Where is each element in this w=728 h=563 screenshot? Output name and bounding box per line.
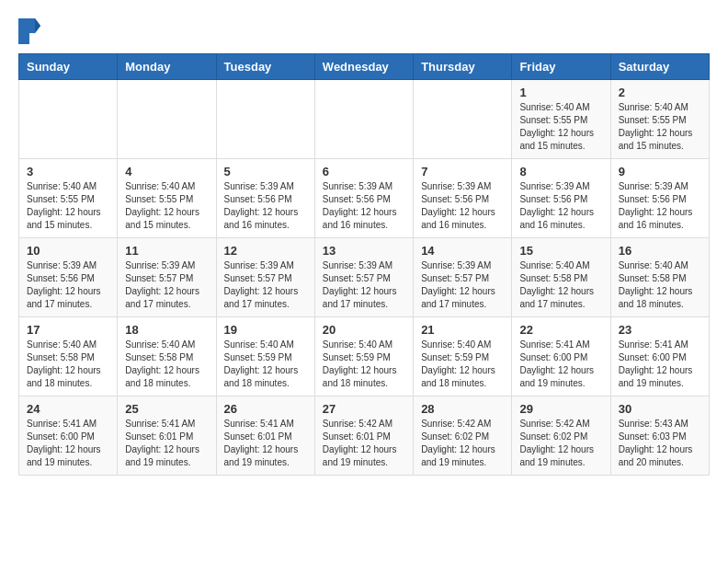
calendar-cell	[118, 80, 216, 159]
calendar-cell: 19Sunrise: 5:40 AM Sunset: 5:59 PM Dayli…	[216, 317, 314, 396]
calendar-cell	[216, 80, 314, 159]
calendar-cell: 3Sunrise: 5:40 AM Sunset: 5:55 PM Daylig…	[19, 159, 118, 238]
calendar-cell: 23Sunrise: 5:41 AM Sunset: 6:00 PM Dayli…	[610, 317, 709, 396]
calendar-cell: 11Sunrise: 5:39 AM Sunset: 5:57 PM Dayli…	[118, 238, 216, 317]
day-number: 7	[421, 165, 504, 178]
day-number: 15	[519, 244, 602, 258]
calendar-week-2: 3Sunrise: 5:40 AM Sunset: 5:55 PM Daylig…	[19, 159, 710, 238]
day-info: Sunrise: 5:39 AM Sunset: 5:57 PM Dayligh…	[125, 259, 208, 311]
calendar-cell: 13Sunrise: 5:39 AM Sunset: 5:57 PM Dayli…	[314, 238, 413, 317]
page-header	[18, 18, 710, 44]
weekday-header-thursday: Thursday	[414, 54, 512, 80]
day-number: 3	[27, 165, 109, 178]
weekday-header-sunday: Sunday	[19, 54, 118, 80]
day-info: Sunrise: 5:41 AM Sunset: 6:01 PM Dayligh…	[125, 418, 208, 469]
svg-marker-1	[35, 18, 40, 33]
calendar-cell: 12Sunrise: 5:39 AM Sunset: 5:57 PM Dayli…	[216, 238, 314, 317]
calendar-cell: 30Sunrise: 5:43 AM Sunset: 6:03 PM Dayli…	[610, 396, 709, 476]
calendar-cell: 4Sunrise: 5:40 AM Sunset: 5:55 PM Daylig…	[118, 159, 216, 238]
day-number: 9	[619, 165, 701, 178]
day-number: 14	[421, 244, 504, 258]
day-number: 29	[519, 402, 602, 416]
calendar-cell: 27Sunrise: 5:42 AM Sunset: 6:01 PM Dayli…	[314, 396, 413, 476]
calendar-week-3: 10Sunrise: 5:39 AM Sunset: 5:56 PM Dayli…	[19, 238, 710, 317]
day-info: Sunrise: 5:40 AM Sunset: 5:55 PM Dayligh…	[519, 101, 602, 153]
day-info: Sunrise: 5:39 AM Sunset: 5:56 PM Dayligh…	[27, 259, 109, 311]
day-number: 27	[323, 402, 405, 416]
calendar-cell: 5Sunrise: 5:39 AM Sunset: 5:56 PM Daylig…	[216, 159, 314, 238]
calendar-cell: 18Sunrise: 5:40 AM Sunset: 5:58 PM Dayli…	[118, 317, 216, 396]
calendar-cell	[414, 80, 512, 159]
day-info: Sunrise: 5:41 AM Sunset: 6:00 PM Dayligh…	[27, 418, 109, 469]
calendar-week-5: 24Sunrise: 5:41 AM Sunset: 6:00 PM Dayli…	[19, 396, 710, 476]
weekday-header-tuesday: Tuesday	[216, 54, 314, 80]
calendar-cell	[19, 80, 118, 159]
calendar-cell: 26Sunrise: 5:41 AM Sunset: 6:01 PM Dayli…	[216, 396, 314, 476]
day-number: 26	[224, 402, 307, 416]
calendar-cell: 28Sunrise: 5:42 AM Sunset: 6:02 PM Dayli…	[414, 396, 512, 476]
day-info: Sunrise: 5:39 AM Sunset: 5:56 PM Dayligh…	[519, 180, 602, 232]
day-number: 25	[125, 402, 208, 416]
calendar-cell: 7Sunrise: 5:39 AM Sunset: 5:56 PM Daylig…	[414, 159, 512, 238]
calendar-cell: 9Sunrise: 5:39 AM Sunset: 5:56 PM Daylig…	[610, 159, 709, 238]
weekday-header-friday: Friday	[512, 54, 610, 80]
calendar-cell: 15Sunrise: 5:40 AM Sunset: 5:58 PM Dayli…	[512, 238, 610, 317]
day-number: 8	[519, 165, 602, 178]
day-number: 22	[519, 323, 602, 337]
day-info: Sunrise: 5:40 AM Sunset: 5:59 PM Dayligh…	[224, 339, 307, 390]
day-info: Sunrise: 5:42 AM Sunset: 6:01 PM Dayligh…	[323, 418, 405, 469]
calendar-cell: 14Sunrise: 5:39 AM Sunset: 5:57 PM Dayli…	[414, 238, 512, 317]
day-number: 28	[421, 402, 504, 416]
day-number: 12	[224, 244, 307, 258]
day-info: Sunrise: 5:40 AM Sunset: 5:59 PM Dayligh…	[421, 339, 504, 390]
day-info: Sunrise: 5:39 AM Sunset: 5:57 PM Dayligh…	[323, 259, 405, 311]
day-info: Sunrise: 5:39 AM Sunset: 5:57 PM Dayligh…	[421, 259, 504, 311]
calendar-cell: 21Sunrise: 5:40 AM Sunset: 5:59 PM Dayli…	[414, 317, 512, 396]
day-number: 5	[224, 165, 307, 178]
day-info: Sunrise: 5:41 AM Sunset: 6:01 PM Dayligh…	[224, 418, 307, 469]
day-info: Sunrise: 5:40 AM Sunset: 5:55 PM Dayligh…	[27, 180, 109, 232]
day-info: Sunrise: 5:42 AM Sunset: 6:02 PM Dayligh…	[519, 418, 602, 469]
day-number: 11	[125, 244, 208, 258]
day-info: Sunrise: 5:41 AM Sunset: 6:00 PM Dayligh…	[519, 339, 602, 390]
svg-marker-2	[18, 31, 29, 44]
day-info: Sunrise: 5:39 AM Sunset: 5:56 PM Dayligh…	[619, 180, 701, 232]
day-number: 13	[323, 244, 405, 258]
calendar-cell: 29Sunrise: 5:42 AM Sunset: 6:02 PM Dayli…	[512, 396, 610, 476]
day-info: Sunrise: 5:40 AM Sunset: 5:55 PM Dayligh…	[125, 180, 208, 232]
day-info: Sunrise: 5:39 AM Sunset: 5:56 PM Dayligh…	[421, 180, 504, 232]
day-info: Sunrise: 5:41 AM Sunset: 6:00 PM Dayligh…	[619, 339, 701, 390]
day-number: 6	[323, 165, 405, 178]
day-info: Sunrise: 5:40 AM Sunset: 5:58 PM Dayligh…	[519, 259, 602, 311]
calendar-table: SundayMondayTuesdayWednesdayThursdayFrid…	[18, 53, 710, 476]
calendar-week-1: 1Sunrise: 5:40 AM Sunset: 5:55 PM Daylig…	[19, 80, 710, 159]
weekday-header-saturday: Saturday	[610, 54, 709, 80]
day-number: 23	[619, 323, 701, 337]
calendar-week-4: 17Sunrise: 5:40 AM Sunset: 5:58 PM Dayli…	[19, 317, 710, 396]
day-info: Sunrise: 5:40 AM Sunset: 5:58 PM Dayligh…	[619, 259, 701, 311]
day-number: 19	[224, 323, 307, 337]
day-info: Sunrise: 5:40 AM Sunset: 5:59 PM Dayligh…	[323, 339, 405, 390]
day-number: 2	[619, 86, 701, 99]
calendar-cell	[314, 80, 413, 159]
day-info: Sunrise: 5:39 AM Sunset: 5:57 PM Dayligh…	[224, 259, 307, 311]
calendar-cell: 24Sunrise: 5:41 AM Sunset: 6:00 PM Dayli…	[19, 396, 118, 476]
calendar-cell: 16Sunrise: 5:40 AM Sunset: 5:58 PM Dayli…	[610, 238, 709, 317]
day-number: 30	[619, 402, 701, 416]
day-number: 16	[619, 244, 701, 258]
day-number: 4	[125, 165, 208, 178]
calendar-cell: 2Sunrise: 5:40 AM Sunset: 5:55 PM Daylig…	[610, 80, 709, 159]
day-info: Sunrise: 5:40 AM Sunset: 5:58 PM Dayligh…	[27, 339, 109, 390]
calendar-cell: 1Sunrise: 5:40 AM Sunset: 5:55 PM Daylig…	[512, 80, 610, 159]
calendar-cell: 10Sunrise: 5:39 AM Sunset: 5:56 PM Dayli…	[19, 238, 118, 317]
logo	[18, 18, 44, 44]
day-number: 24	[27, 402, 109, 416]
day-number: 1	[519, 86, 602, 99]
day-number: 17	[27, 323, 109, 337]
calendar-cell: 6Sunrise: 5:39 AM Sunset: 5:56 PM Daylig…	[314, 159, 413, 238]
day-number: 21	[421, 323, 504, 337]
calendar-cell: 17Sunrise: 5:40 AM Sunset: 5:58 PM Dayli…	[19, 317, 118, 396]
calendar-cell: 8Sunrise: 5:39 AM Sunset: 5:56 PM Daylig…	[512, 159, 610, 238]
day-number: 18	[125, 323, 208, 337]
day-info: Sunrise: 5:40 AM Sunset: 5:55 PM Dayligh…	[619, 101, 701, 153]
